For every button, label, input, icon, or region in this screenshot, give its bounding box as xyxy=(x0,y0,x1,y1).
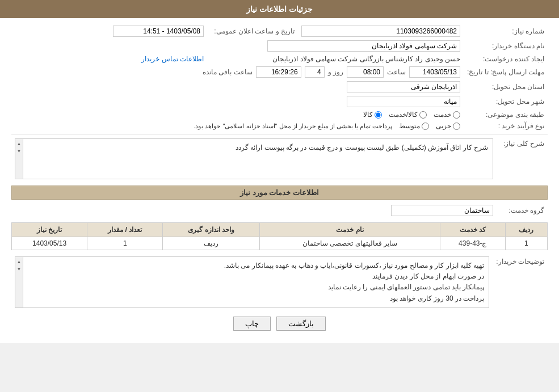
note-line-3: پیمانکار باید تمامی دستور العملهای ایمنی… xyxy=(28,282,484,293)
description-scrollbar: ▲ ▼ xyxy=(15,139,23,179)
note-line-4: پرداخت در 30 روز کاری خواهد بود xyxy=(28,293,484,304)
services-table: ردیف کد خدمت نام خدمت واحد اندازه گیری ت… xyxy=(11,222,548,250)
deadline-time-input[interactable] xyxy=(347,66,384,78)
need-number-input[interactable] xyxy=(301,26,460,37)
announce-value-input[interactable] xyxy=(113,26,204,37)
creator-label: ایجاد کننده درخواست: xyxy=(464,53,548,65)
col-header-date: تاریخ نیاز xyxy=(12,223,87,237)
deadline-label: مهلت ارسال پاسخ: تا تاریخ: xyxy=(464,65,548,79)
city-input[interactable] xyxy=(347,96,460,107)
category-option-kala-khedmat[interactable]: کالا/خدمت xyxy=(389,111,427,119)
back-button[interactable]: بازگشت xyxy=(276,317,326,331)
deadline-days-label: روز و xyxy=(328,68,343,76)
province-label: استان محل تحویل: xyxy=(464,79,548,94)
category-option-kala[interactable]: کالا xyxy=(363,111,382,119)
note-line-2: در صورت ابهام از محل کار دیدن فرمایند xyxy=(28,271,484,282)
row-quantity: 1 xyxy=(87,237,163,250)
page-header: جزئیات اطلاعات نیاز xyxy=(0,0,559,18)
service-group-table: گروه خدمت: xyxy=(11,203,548,218)
services-section-header: اطلاعات خدمات مورد نیاز xyxy=(11,186,548,200)
category-option-khedmat[interactable]: خدمت xyxy=(434,111,460,119)
buyer-notes-table: توضیحات خریدار: تهیه کلیه ابزار کار و مص… xyxy=(11,255,548,310)
description-wrapper: شرح کار اتاق آموزش (تکمیلی) طبق لیست پیو… xyxy=(15,138,493,179)
table-row: 1 ج-43-439 سایر فعالیتهای تخصصی ساختمان … xyxy=(12,237,548,250)
print-button[interactable]: چاپ xyxy=(233,317,271,331)
need-number-label: شماره نیاز: xyxy=(464,24,548,39)
service-group-input[interactable] xyxy=(391,205,493,216)
page-title: جزئیات اطلاعات نیاز xyxy=(246,5,313,14)
process-label: نوع فرآیند خرید : xyxy=(464,120,548,132)
service-group-label: گروه خدمت: xyxy=(497,203,548,218)
notes-scroll-up[interactable]: ▲ xyxy=(16,258,23,265)
col-header-unit: واحد اندازه گیری xyxy=(163,223,260,237)
row-service-name: سایر فعالیتهای تخصصی ساختمان xyxy=(259,237,440,250)
scroll-down-arrow[interactable]: ▼ xyxy=(16,147,23,155)
deadline-time-label: ساعت xyxy=(387,68,406,76)
creator-value: حسن وحیدی راد کارشناس بازرگانی شرکت سهام… xyxy=(272,55,460,63)
col-header-name: نام خدمت xyxy=(259,223,440,237)
description-label: شرح کلی نیاز: xyxy=(497,137,548,181)
city-label: شهر محل تحویل: xyxy=(464,94,548,109)
description-content: شرح کار اتاق آموزش (تکمیلی) طبق لیست پیو… xyxy=(23,139,493,179)
row-date: 1403/05/13 xyxy=(12,237,87,250)
note-line-1: تهیه کلیه ابزار کار و مصالح مورد نیاز ،ک… xyxy=(28,260,484,271)
description-table: شرح کلی نیاز: شرح کار اتاق آموزش (تکمیلی… xyxy=(11,137,548,181)
buyer-org-input[interactable] xyxy=(267,40,460,52)
notes-scroll-down[interactable]: ▼ xyxy=(16,265,23,273)
buttons-row: بازگشت چاپ xyxy=(11,317,548,331)
row-code: ج-43-439 xyxy=(440,237,505,250)
province-input[interactable] xyxy=(347,81,460,92)
process-option-jozii[interactable]: جزیی xyxy=(436,122,460,130)
buyer-org-label: نام دستگاه خریدار: xyxy=(464,39,548,53)
announce-label: تاریخ و ساعت اعلان عمومی: xyxy=(207,24,298,39)
row-unit: ردیف xyxy=(163,237,260,250)
deadline-days-input[interactable] xyxy=(305,66,325,78)
process-note: پرداخت تمام یا بخشی از مبلغ خریدار از مح… xyxy=(194,123,392,130)
creator-contact-link[interactable]: اطلاعات تماس خریدار xyxy=(141,55,204,63)
main-info-table: شماره نیاز: تاریخ و ساعت اعلان عمومی: نا… xyxy=(11,24,548,132)
category-label: طبقه بندی موضوعی: xyxy=(464,109,548,120)
scroll-up-arrow[interactable]: ▲ xyxy=(16,140,23,147)
col-header-row: ردیف xyxy=(505,223,547,237)
deadline-date-input[interactable] xyxy=(409,66,460,78)
col-header-code: کد خدمت xyxy=(440,223,505,237)
deadline-remaining-input[interactable] xyxy=(256,66,301,78)
col-header-qty: تعداد / مقدار xyxy=(87,223,163,237)
row-num: 1 xyxy=(505,237,547,250)
buyer-notes-content: تهیه کلیه ابزار کار و مصالح مورد نیاز ،ک… xyxy=(23,257,489,307)
deadline-remaining-label: ساعت باقی مانده xyxy=(203,68,253,76)
buyer-notes-label: توضیحات خریدار: xyxy=(493,255,548,310)
process-option-motavasset[interactable]: متوسط xyxy=(399,122,429,130)
buyer-notes-wrapper: تهیه کلیه ابزار کار و مصالح مورد نیاز ،ک… xyxy=(15,256,489,308)
notes-scrollbar: ▲ ▼ xyxy=(15,257,23,307)
